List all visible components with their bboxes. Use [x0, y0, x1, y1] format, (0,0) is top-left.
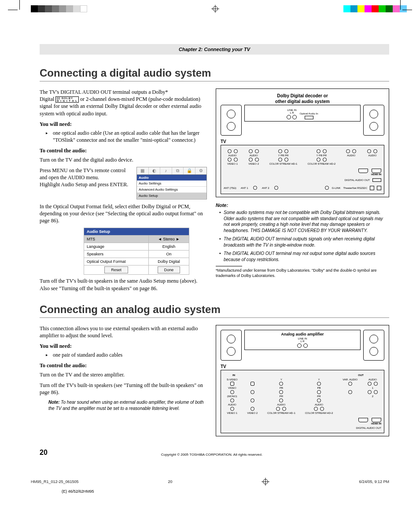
osd-header: Audio Setup — [84, 228, 189, 236]
note-item: The DIGITAL AUDIO OUT terminal outputs s… — [219, 236, 389, 248]
instruction-para: Turn off the TV's built-in speakers in t… — [40, 277, 207, 291]
section-title-digital: Connecting a digital audio system — [40, 67, 389, 81]
print-date: 6/24/05, 9:12 PM — [359, 479, 389, 484]
inline-note: Note: To hear sound when using an extern… — [40, 399, 207, 411]
print-registration-top — [0, 0, 420, 18]
tv-label: TV — [221, 364, 384, 369]
print-slug-line: HM95_R1_012-25_061505 20 6/24/05, 9:12 P… — [0, 474, 420, 487]
note-item: Some audio systems may not be compatible… — [219, 210, 389, 233]
page-number: 20 — [40, 449, 48, 457]
control-step: Turn on the TV and the digital audio dev… — [40, 156, 207, 163]
osd-reset-button: Reset — [104, 266, 128, 273]
control-step: Turn on the TV and the stereo amplifier. — [40, 371, 207, 378]
dolby-footnote: *Manufactured under license from Dolby L… — [216, 268, 389, 278]
audio-setup-osd: Audio Setup MTS◄ Stereo ► LanguageEnglis… — [84, 228, 189, 275]
osd-row-label: Speakers — [84, 251, 149, 258]
chapter-heading: Chapter 2: Connecting your TV — [40, 44, 389, 55]
speaker-icon — [221, 330, 242, 361]
connection-diagram-digital: Dolby Digital decoder or other digital a… — [216, 88, 389, 197]
menu-tab-icon: 🔒 — [184, 167, 195, 174]
you-will-need-heading: You will need: — [40, 343, 207, 350]
osd-menu-screenshot: ▦ ◐ ♪ ⧉ 🔒 ⚙ Audio Audio Settings Advance… — [136, 167, 207, 199]
connection-diagram-analog: Analog audio amplifier LINE IN L R TV IN… — [216, 325, 389, 436]
tv-back-panel: INOUT S-VIDEOVIDEO(MONO)AUDIOVIDEO 1 VID… — [221, 370, 384, 433]
menu-tab-icon: ⧉ — [172, 167, 184, 174]
amplifier-icon: Analog audio amplifier LINE IN L R — [244, 330, 361, 350]
osd-menu-item-selected: Audio Setup — [137, 193, 206, 199]
osd-menu-header: Audio — [137, 175, 206, 181]
osd-row-value: English — [149, 243, 189, 251]
receiver-icon: LINE INL R Optical Audio In — [244, 105, 361, 122]
menu-instruction: Press MENU on the TV's remote control an… — [40, 167, 125, 181]
menu-instruction: Highlight Audio Setup and press ENTER. — [40, 181, 128, 188]
osd-done-button: Done — [158, 266, 181, 273]
copyright-text: Copyright © 2005 TOSHIBA CORPORATION. Al… — [48, 453, 376, 457]
model-code: (E) 46/52/62HM95 — [0, 489, 420, 494]
control-step: Turn off the TV's built-in speakers (see… — [40, 382, 207, 396]
need-item: one optical audio cable (Use an optical … — [48, 129, 207, 144]
menu-tab-icon: ◐ — [149, 167, 161, 174]
diagram-title: Dolby Digital decoder or — [221, 93, 384, 98]
speaker-icon — [221, 105, 242, 136]
menu-tab-icon: ▦ — [137, 167, 149, 174]
tv-back-panel: AUDIOVIDEO 1 AUDIOVIDEO 2 Y PB PRCOLOR S… — [221, 145, 384, 194]
tv-label: TV — [221, 139, 384, 144]
speaker-icon — [363, 105, 384, 136]
control-audio-heading: To control the audio: — [40, 362, 207, 369]
intro-para: This connection allows you to use extern… — [40, 325, 207, 339]
registration-mark-icon — [262, 478, 269, 486]
intro-para: The TV's DIGITAL AUDIO OUT terminal outp… — [40, 88, 207, 117]
registration-mark-icon — [211, 5, 219, 13]
dolby-logo-icon: ▯▯ DOLBYD I G I T A L — [55, 96, 79, 103]
need-item: one pair of standard audio cables — [48, 351, 207, 358]
osd-row-value: ◄ Stereo ► — [149, 236, 189, 243]
diagram-title: other digital audio system — [221, 99, 384, 104]
osd-menu-item: Audio Settings — [137, 181, 206, 187]
osd-row-value: On — [149, 251, 189, 258]
note-heading: Note: — [216, 203, 389, 208]
menu-tab-icon: ⚙ — [195, 167, 207, 174]
page-body: Chapter 2: Connecting your TV Connecting… — [0, 18, 420, 474]
osd-row-value: Dolby Digital — [149, 258, 189, 266]
speaker-icon — [363, 330, 384, 361]
osd-row-label: Optical Output Format — [84, 258, 149, 266]
print-page: 20 — [168, 479, 173, 484]
control-audio-heading: To control the audio: — [40, 147, 207, 154]
osd-menu-item: Advanced Audio Settings — [137, 187, 206, 193]
menu-tab-icon: ♪ — [160, 167, 172, 174]
note-item: The DIGITAL AUDIO OUT terminal may not o… — [219, 251, 389, 262]
print-filename: HM95_R1_012-25_061505 — [31, 479, 79, 484]
instruction-para: In the Optical Output Format field, sele… — [40, 203, 207, 225]
you-will-need-heading: You will need: — [40, 121, 207, 128]
osd-row-label: MTS — [84, 236, 149, 243]
section-title-analog: Connecting an analog audio system — [40, 303, 389, 318]
osd-row-label: Language — [84, 243, 149, 251]
